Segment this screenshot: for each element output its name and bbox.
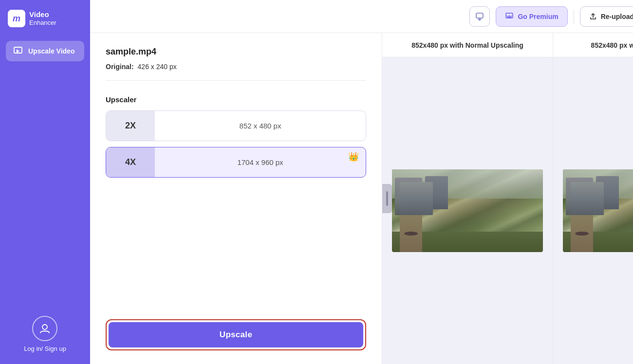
scroll-handle[interactable] bbox=[382, 184, 392, 213]
normal-upscaling-preview bbox=[392, 169, 543, 252]
sidebar-nav: Upscale Video bbox=[0, 37, 90, 65]
main-content: Go Premium Re-upload Download sample.mp4… bbox=[90, 0, 633, 364]
svg-rect-0 bbox=[14, 47, 22, 53]
video-frame-normal bbox=[392, 169, 543, 252]
preview-header-ai: 852x480 px with AI Upscaling bbox=[553, 33, 633, 57]
sidebar-item-upscale-video[interactable]: Upscale Video bbox=[6, 41, 84, 61]
resolution-4x: 1704 x 960 px 👑 bbox=[155, 147, 366, 177]
header: Go Premium Re-upload Download bbox=[90, 0, 633, 33]
reupload-button[interactable]: Re-upload bbox=[580, 6, 633, 27]
upscaler-option-2x[interactable]: 2X 852 x 480 px bbox=[106, 110, 366, 141]
upscale-video-icon bbox=[13, 46, 23, 56]
svg-point-1 bbox=[42, 325, 47, 329]
svg-rect-2 bbox=[476, 13, 483, 18]
ai-upscaling-preview bbox=[563, 169, 633, 252]
preview-header-normal: 852x480 px with Normal Upscaling bbox=[382, 33, 553, 57]
file-info: Original: 426 x 240 px bbox=[106, 63, 366, 81]
preview-headers: 852x480 px with Normal Upscaling 852x480… bbox=[382, 33, 633, 57]
content-area: sample.mp4 Original: 426 x 240 px Upscal… bbox=[90, 33, 633, 364]
original-value: 426 x 240 px bbox=[138, 63, 177, 71]
resolution-2x: 852 x 480 px bbox=[155, 111, 366, 141]
upscaler-options: 2X 852 x 480 px 4X 1704 x 960 px 👑 bbox=[106, 110, 366, 178]
upscale-button-border: Upscale bbox=[106, 319, 366, 350]
upscale-button-wrapper: Upscale bbox=[106, 319, 366, 350]
avatar[interactable] bbox=[32, 316, 57, 341]
multiplier-4x: 4X bbox=[106, 147, 155, 177]
login-label[interactable]: Log in/ Sign up bbox=[24, 345, 66, 352]
right-panel: 852x480 px with Normal Upscaling 852x480… bbox=[382, 33, 633, 364]
upscale-button[interactable]: Upscale bbox=[109, 322, 363, 347]
preview-col-ai bbox=[553, 57, 633, 364]
preview-images bbox=[382, 57, 633, 364]
multiplier-2x: 2X bbox=[106, 111, 155, 141]
sidebar-bottom: Log in/ Sign up bbox=[24, 316, 66, 364]
header-divider bbox=[574, 10, 574, 23]
app-logo: m Video Enhancer bbox=[0, 0, 90, 37]
original-label: Original: bbox=[106, 63, 134, 71]
go-premium-button[interactable]: Go Premium bbox=[496, 6, 567, 27]
upscaler-section-title: Upscaler bbox=[106, 95, 366, 104]
crown-badge: 👑 bbox=[348, 151, 359, 162]
reupload-label: Re-upload bbox=[601, 13, 633, 20]
logo-icon: m bbox=[8, 10, 25, 27]
sidebar-item-label: Upscale Video bbox=[28, 47, 74, 55]
sidebar: m Video Enhancer Upscale Video Log in/ S… bbox=[0, 0, 90, 364]
scroll-handle-inner bbox=[386, 191, 388, 206]
file-name: sample.mp4 bbox=[106, 47, 366, 57]
upscaler-option-4x[interactable]: 4X 1704 x 960 px 👑 bbox=[106, 147, 366, 178]
preview-col-normal bbox=[382, 57, 553, 364]
download-icon-button[interactable] bbox=[469, 6, 490, 27]
logo-text: Video Enhancer bbox=[29, 10, 56, 27]
left-panel: sample.mp4 Original: 426 x 240 px Upscal… bbox=[90, 33, 382, 364]
video-frame-ai bbox=[563, 169, 633, 252]
premium-label: Go Premium bbox=[518, 13, 558, 20]
